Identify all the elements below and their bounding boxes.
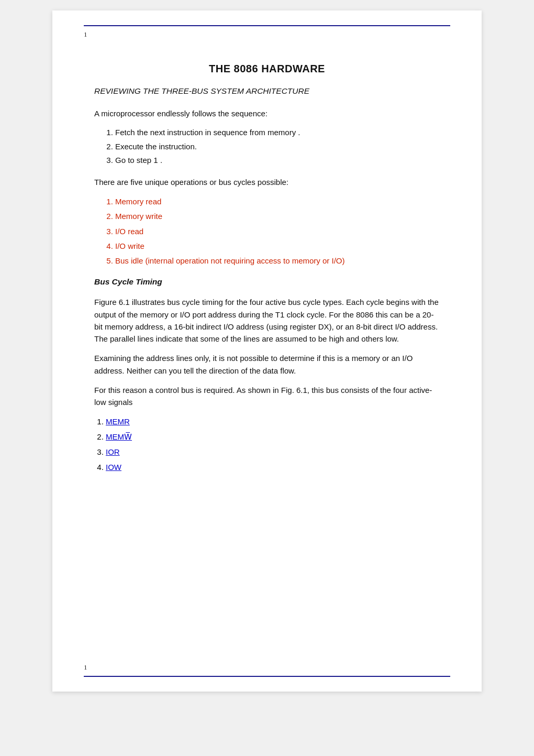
section-heading-container: Bus Cycle Timing	[94, 277, 440, 287]
bus-cycle-item-4: I/O write	[115, 240, 440, 252]
signals-list: MEMR MEMW̅ IOR IOW	[94, 415, 440, 474]
page-number-top: 1	[84, 30, 87, 39]
iow-link[interactable]: IOW	[106, 463, 121, 472]
subtitle: REVIEWING THE THREE-BUS SYSTEM ARCHITECT…	[94, 86, 440, 96]
paragraph1: Figure 6.1 illustrates bus cycle timing …	[94, 296, 440, 345]
list-item: Fetch the next instruction in sequence f…	[115, 127, 440, 139]
section-heading: Bus Cycle Timing	[94, 277, 440, 287]
intro-text: A microprocessor endlessly follows the s…	[94, 107, 440, 119]
bus-cycle-item-2: Memory write	[115, 210, 440, 222]
bus-cycle-item-5: Bus idle (internal operation not requiri…	[115, 255, 440, 267]
top-border-line	[84, 25, 450, 26]
list-item: Go to step 1 .	[115, 155, 440, 167]
memw-link[interactable]: MEMW̅	[106, 432, 132, 441]
signal-item-2: MEMW̅	[106, 431, 440, 443]
bus-cycle-item-3: I/O read	[115, 225, 440, 237]
bus-cycle-item-1: Memory read	[115, 195, 440, 207]
bottom-border-line	[84, 676, 450, 677]
ior-link[interactable]: IOR	[106, 447, 120, 456]
sequence-list: Fetch the next instruction in sequence f…	[115, 127, 440, 167]
signal-item-4: IOW	[106, 461, 440, 474]
page-content: THE 8086 HARDWARE REVIEWING THE THREE-BU…	[94, 63, 440, 474]
bus-cycles-list: Memory read Memory write I/O read I/O wr…	[115, 195, 440, 267]
list-item: Execute the instruction.	[115, 141, 440, 153]
signal-item-1: MEMR	[106, 415, 440, 428]
main-title: THE 8086 HARDWARE	[94, 63, 440, 75]
paragraph3: For this reason a control bus is require…	[94, 384, 440, 409]
page: 1 THE 8086 HARDWARE REVIEWING THE THREE-…	[52, 10, 482, 692]
memr-link[interactable]: MEMR	[106, 417, 130, 426]
signal-item-3: IOR	[106, 446, 440, 458]
page-number-bottom: 1	[84, 663, 87, 672]
bus-cycles-intro: There are five unique operations or bus …	[94, 176, 440, 188]
paragraph2: Examining the address lines only, it is …	[94, 352, 440, 377]
